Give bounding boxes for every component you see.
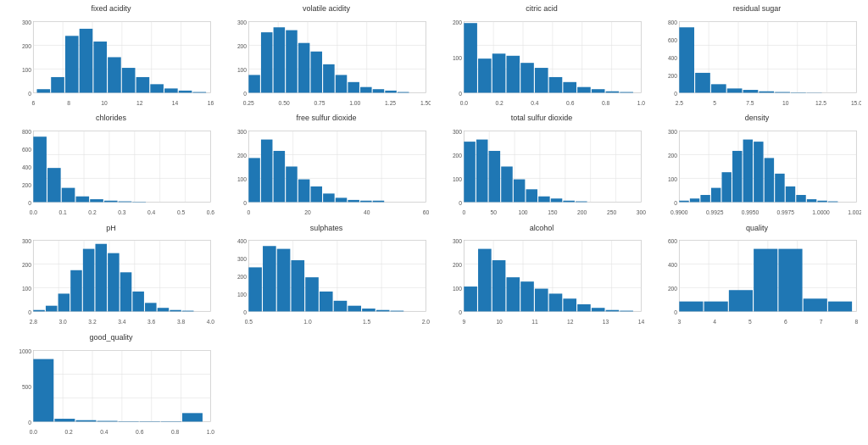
svg-rect-284 — [83, 249, 95, 312]
svg-text:0.0: 0.0 — [460, 100, 469, 106]
svg-text:3.6: 3.6 — [147, 319, 156, 325]
chart-cell-free_sulfur_dioxide: free sulfur dioxide01002003000204060 — [219, 113, 434, 222]
svg-rect-115 — [695, 73, 710, 92]
chart-cell-fixed_acidity: fixed acidity01002003006810121416 — [3, 3, 219, 113]
chart-cell-chlorides: chlorides02004006008000.00.10.20.30.40.5… — [3, 113, 219, 222]
svg-rect-91 — [606, 92, 620, 93]
chart-area-good_quality: 050010000.00.20.40.60.81.0 — [7, 343, 215, 440]
svg-rect-315 — [263, 247, 276, 312]
svg-rect-179 — [274, 151, 286, 202]
chart-title-chlorides: chlorides — [96, 114, 126, 123]
svg-rect-254 — [807, 199, 816, 202]
chart-cell-residual_sugar: residual sugar02004006008002.557.51012.5… — [649, 3, 865, 113]
svg-rect-380 — [679, 302, 703, 312]
svg-text:1.0: 1.0 — [207, 429, 215, 435]
svg-rect-346 — [464, 286, 477, 311]
svg-text:5: 5 — [748, 319, 752, 325]
chart-area-fixed_acidity: 01002003006810121416 — [7, 14, 215, 111]
svg-text:600: 600 — [668, 37, 677, 43]
chart-title-free_sulfur_dioxide: free sulfur dioxide — [296, 114, 356, 123]
svg-rect-410 — [54, 419, 75, 421]
chart-title-alcohol: alcohol — [530, 225, 554, 233]
svg-rect-354 — [577, 304, 591, 311]
svg-rect-20 — [150, 84, 164, 92]
chart-title-volatile_acidity: volatile acidity — [303, 5, 350, 14]
chart-title-good_quality: good_quality — [89, 334, 132, 342]
chart-cell-good_quality: good_quality050010000.00.20.40.60.81.0 — [3, 332, 219, 442]
svg-rect-187 — [373, 201, 385, 203]
svg-text:0.9925: 0.9925 — [706, 209, 724, 215]
svg-text:0.4: 0.4 — [147, 209, 156, 215]
svg-text:0.6: 0.6 — [207, 209, 215, 215]
svg-text:0: 0 — [459, 200, 462, 206]
svg-rect-242 — [679, 201, 688, 203]
chart-title-fixed_acidity: fixed acidity — [91, 5, 131, 14]
svg-text:2.8: 2.8 — [30, 319, 38, 325]
svg-text:300: 300 — [453, 238, 462, 244]
svg-text:8: 8 — [855, 319, 859, 325]
svg-text:300: 300 — [22, 238, 31, 244]
svg-text:12: 12 — [136, 100, 143, 106]
svg-rect-348 — [492, 260, 506, 311]
svg-rect-215 — [538, 197, 550, 203]
svg-rect-185 — [348, 200, 359, 203]
svg-rect-214 — [526, 189, 537, 202]
svg-rect-350 — [520, 282, 534, 312]
svg-rect-412 — [97, 420, 118, 421]
svg-text:0.5: 0.5 — [245, 319, 253, 325]
svg-text:200: 200 — [237, 43, 247, 49]
svg-text:0: 0 — [247, 209, 250, 215]
svg-rect-355 — [592, 309, 605, 312]
svg-rect-246 — [721, 172, 731, 202]
chart-area-citric_acid: 01002000.00.20.40.60.81.0 — [437, 14, 646, 111]
svg-text:0.75: 0.75 — [314, 100, 325, 106]
svg-text:200: 200 — [453, 262, 462, 268]
svg-text:0.0: 0.0 — [30, 209, 38, 215]
svg-text:200: 200 — [668, 73, 677, 79]
svg-text:600: 600 — [22, 147, 31, 153]
svg-rect-23 — [192, 92, 206, 92]
svg-text:1.0000: 1.0000 — [812, 209, 830, 215]
svg-text:12: 12 — [567, 319, 574, 325]
svg-text:200: 200 — [668, 153, 677, 159]
svg-text:0: 0 — [243, 200, 247, 206]
svg-text:0.3: 0.3 — [118, 209, 126, 215]
svg-text:8: 8 — [67, 100, 70, 106]
chart-area-density: 01002003000.99000.99250.99500.99751.0000… — [653, 124, 861, 220]
svg-text:0.4: 0.4 — [100, 429, 108, 435]
chart-cell-total_sulfur_dioxide: total sulfur dioxide01002003000501001502… — [434, 113, 649, 222]
svg-rect-386 — [828, 302, 852, 312]
svg-rect-83 — [492, 53, 506, 92]
svg-rect-22 — [179, 91, 192, 93]
svg-rect-54 — [348, 82, 359, 93]
svg-rect-50 — [298, 43, 310, 93]
svg-rect-16 — [93, 42, 107, 92]
svg-rect-250 — [765, 159, 774, 203]
svg-text:3.0: 3.0 — [59, 319, 68, 325]
chart-cell-empty3 — [649, 332, 865, 442]
svg-rect-89 — [577, 87, 591, 93]
svg-rect-286 — [108, 253, 120, 312]
svg-rect-280 — [33, 310, 45, 312]
svg-text:200: 200 — [577, 209, 587, 215]
svg-text:300: 300 — [237, 129, 247, 135]
chart-cell-volatile_acidity: volatile acidity01002003000.250.500.751.… — [219, 3, 434, 113]
svg-rect-181 — [298, 180, 310, 203]
svg-text:200: 200 — [453, 19, 462, 25]
svg-rect-177 — [248, 159, 260, 203]
svg-rect-245 — [711, 188, 721, 203]
svg-rect-385 — [804, 299, 827, 312]
chart-area-residual_sugar: 02004006008002.557.51012.515.0 — [653, 14, 861, 111]
svg-text:0: 0 — [28, 419, 31, 425]
svg-text:0: 0 — [459, 309, 462, 315]
svg-text:400: 400 — [668, 55, 677, 61]
svg-rect-256 — [828, 202, 837, 203]
svg-text:200: 200 — [237, 153, 247, 159]
svg-text:7.5: 7.5 — [746, 100, 754, 106]
svg-text:14: 14 — [172, 100, 179, 106]
svg-rect-87 — [549, 77, 563, 92]
svg-text:0.9950: 0.9950 — [742, 209, 760, 215]
svg-rect-92 — [620, 92, 633, 92]
svg-text:0.9900: 0.9900 — [670, 209, 688, 215]
svg-rect-291 — [170, 310, 181, 312]
